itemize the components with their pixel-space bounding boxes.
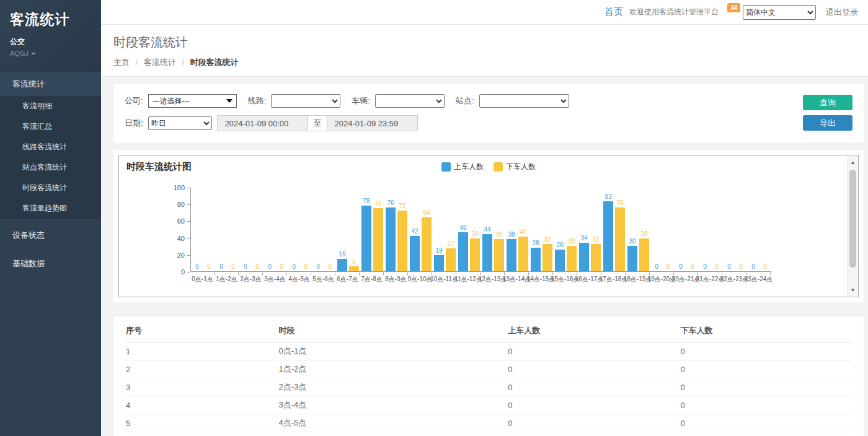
- line-label: 线路:: [248, 95, 267, 107]
- y-axis-tick-label: 0: [164, 268, 185, 276]
- bar-column: 0: [252, 263, 262, 271]
- sidebar-subitem-5[interactable]: 客流量趋势图: [0, 198, 101, 219]
- line-select[interactable]: [271, 94, 340, 108]
- sidebar-subitem-1[interactable]: 客流汇总: [0, 116, 101, 137]
- bar-value-label: 41: [520, 229, 526, 236]
- legend-label: 下车人数: [506, 162, 536, 172]
- filter-row-2: 日期: 昨日 至: [125, 115, 852, 131]
- scrollbar-thumb[interactable]: [849, 170, 856, 268]
- table-cell: 0: [507, 360, 679, 378]
- bar: [482, 234, 492, 271]
- station-select[interactable]: [479, 94, 569, 108]
- bar-group: 00: [675, 187, 699, 271]
- bar-value-label: 0: [195, 263, 199, 271]
- date-label: 日期:: [125, 118, 143, 129]
- logout-link[interactable]: 退出登录: [826, 7, 858, 18]
- company-select[interactable]: ---请选择---: [148, 94, 237, 108]
- bar-column: 0: [700, 263, 710, 271]
- vehicle-select[interactable]: [375, 94, 445, 108]
- bar-group: 3841: [505, 187, 529, 271]
- date-preset-select[interactable]: 昨日: [148, 116, 212, 130]
- bar-column: 0: [748, 263, 758, 271]
- table-cell: 0点-1点: [278, 342, 507, 360]
- chart-legend: 上车人数下车人数: [441, 162, 536, 172]
- table-row: 10点-1点00: [125, 342, 852, 360]
- x-axis-label-cell: 9点-10点: [408, 275, 432, 284]
- sidebar-item-passenger-stats[interactable]: 客流统计: [0, 72, 101, 96]
- bar-column: 0: [228, 263, 238, 271]
- x-axis-label-cell: 5点-6点: [311, 275, 335, 284]
- bar: [531, 248, 541, 271]
- x-axis-label-cell: 18点-19点: [626, 275, 650, 284]
- date-from-input[interactable]: [217, 115, 308, 131]
- chart-vertical-scrollbar[interactable]: ▲ ▼: [848, 156, 857, 296]
- scroll-up-icon[interactable]: ▲: [848, 157, 857, 167]
- bar-value-label: 39: [471, 230, 478, 238]
- bar: [337, 259, 347, 271]
- bar-column: 32: [591, 236, 601, 271]
- table-cell: 4点-5点: [278, 414, 507, 432]
- query-button[interactable]: 查询: [803, 95, 852, 110]
- bar-value-label: 0: [763, 263, 767, 271]
- table-body: 10点-1点0021点-2点0032点-3点0043点-4点0054点-5点00…: [125, 342, 852, 436]
- y-axis-tick-label: 100: [164, 184, 185, 191]
- legend-item-0[interactable]: 上车人数: [441, 162, 484, 172]
- bar-group: 4438: [481, 187, 505, 271]
- export-button[interactable]: 导出: [803, 115, 852, 131]
- legend-swatch-icon: [441, 162, 451, 172]
- sidebar-subitem-2[interactable]: 线路客流统计: [0, 137, 101, 157]
- bar-value-label: 30: [568, 238, 575, 245]
- breadcrumb-section[interactable]: 客流统计: [144, 58, 176, 67]
- home-link[interactable]: 首页: [604, 6, 623, 18]
- sidebar-item-base-data[interactable]: 基础数据: [0, 252, 101, 276]
- welcome-text: 欢迎使用客流统计管理平台: [629, 7, 719, 17]
- sidebar-subitem-0[interactable]: 客流明细: [0, 96, 101, 116]
- bar: [591, 244, 601, 271]
- bar-column: 72: [397, 203, 407, 271]
- bar-value-label: 26: [556, 242, 563, 249]
- bar: [615, 207, 625, 271]
- bar-value-label: 0: [666, 263, 670, 271]
- bar-value-label: 0: [739, 263, 743, 271]
- breadcrumb: 主页 / 客流统计 / 时段客流统计: [113, 57, 868, 68]
- chevron-down-icon: [31, 53, 36, 55]
- x-axis-label-cell: 23点-24点: [746, 275, 771, 284]
- vehicle-label: 车辆:: [352, 95, 370, 107]
- sidebar-item-device-status[interactable]: 设备状态: [0, 224, 101, 247]
- breadcrumb-home[interactable]: 主页: [113, 58, 130, 67]
- table-cell: 5: [125, 414, 278, 432]
- org-code-dropdown[interactable]: AQGJ: [10, 50, 91, 57]
- bar: [579, 243, 589, 271]
- bar-column: 0: [325, 263, 335, 271]
- bar-column: 41: [518, 229, 528, 271]
- table-header-1: 时段: [278, 318, 507, 342]
- filter-row-1: 公司: ---请选择--- 线路: 车辆: 站点:: [125, 94, 852, 108]
- bar-value-label: 27: [447, 240, 454, 248]
- page-heading: 时段客流统计 主页 / 客流统计 / 时段客流统计: [101, 25, 868, 77]
- scroll-down-icon[interactable]: ▼: [848, 285, 857, 295]
- bar-value-label: 76: [616, 199, 623, 207]
- sidebar-subitem-4[interactable]: 时段客流统计: [0, 178, 101, 198]
- bar-group: 2630: [554, 187, 578, 271]
- bar-group: 3432: [578, 187, 602, 271]
- table-row: 43点-4点00: [125, 396, 852, 414]
- content: 公司: ---请选择--- 线路: 车辆: 站点: 日期: 昨日 至: [101, 77, 868, 436]
- sidebar-subitem-3[interactable]: 站点客流统计: [0, 157, 101, 178]
- chart-bars: 0000000000001567875767242641927463944383…: [191, 187, 771, 271]
- bar: [373, 208, 383, 271]
- legend-item-1[interactable]: 下车人数: [494, 162, 536, 172]
- language-select[interactable]: 简体中文: [743, 5, 816, 20]
- x-axis-tick-label: 1点-2点: [216, 275, 237, 284]
- x-axis-tick-label: 6点-7点: [337, 275, 358, 284]
- bar: [434, 255, 444, 271]
- bar-column: 44: [482, 226, 492, 271]
- table-cell: 0: [507, 378, 679, 396]
- bar-column: 0: [663, 263, 673, 271]
- date-to-input[interactable]: [327, 115, 418, 131]
- bar-group: 00: [723, 187, 747, 271]
- bar: [507, 239, 516, 271]
- bar-value-label: 30: [629, 238, 636, 245]
- org-name: 公交: [10, 37, 91, 47]
- bar-value-label: 38: [495, 231, 502, 238]
- bar-column: 27: [446, 240, 456, 271]
